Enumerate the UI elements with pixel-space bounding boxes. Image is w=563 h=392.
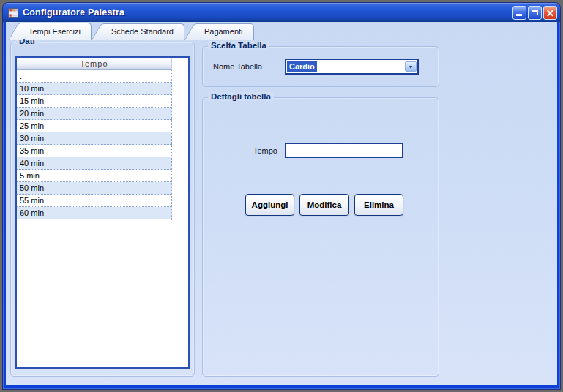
- aggiungi-button[interactable]: Aggiungi: [245, 194, 294, 216]
- maximize-icon: [532, 10, 538, 15]
- tempo-table: Tempo .10 min15 min20 min25 min30 min35 …: [15, 56, 190, 369]
- tab-label: Schede Standard: [111, 27, 174, 36]
- combobox-dropdown-button[interactable]: ▼: [405, 61, 417, 72]
- table-row[interactable]: 50 min: [17, 182, 172, 195]
- dettagli-tabella-groupbox: Dettagli tabella Tempo AggiungiModificaE…: [202, 97, 439, 377]
- window-title: Configuratore Palestra: [23, 7, 512, 18]
- dettagli-tabella-group-title: Dettagli tabella: [208, 92, 274, 101]
- minimize-icon: [516, 14, 522, 16]
- table-row[interactable]: 25 min: [17, 120, 172, 132]
- close-icon: [546, 9, 554, 17]
- column-separator: [171, 70, 172, 220]
- window-controls: [512, 6, 557, 20]
- table-row[interactable]: 30 min: [17, 132, 172, 145]
- action-buttons: AggiungiModificaElimina: [245, 194, 403, 216]
- table-row[interactable]: 10 min: [17, 83, 172, 95]
- client-area: Tempi EserciziSchede StandardPagamenti D…: [6, 22, 557, 385]
- table-row[interactable]: 55 min: [17, 195, 172, 207]
- modifica-button[interactable]: Modifica: [299, 194, 349, 216]
- minimize-button[interactable]: [512, 6, 526, 20]
- app-window: Configuratore Palestra Tempi EserciziSch…: [3, 3, 560, 389]
- nome-tabella-label: Nome Tabella: [213, 62, 262, 71]
- nome-tabella-combobox[interactable]: Cardio ▼: [285, 59, 419, 75]
- table-row[interactable]: 15 min: [17, 95, 172, 108]
- tempo-input[interactable]: [285, 143, 403, 158]
- tempo-field-label: Tempo: [220, 146, 277, 155]
- tab-pagamenti[interactable]: Pagamenti: [201, 23, 254, 40]
- scelta-tabella-groupbox: Scelta Tabella Nome Tabella Cardio ▼: [202, 46, 439, 87]
- elimina-button[interactable]: Elimina: [354, 194, 403, 216]
- table-row[interactable]: 5 min: [17, 170, 172, 182]
- table-body: .10 min15 min20 min25 min30 min35 min40 …: [17, 70, 172, 219]
- tab-schede-standard[interactable]: Schede Standard: [108, 23, 184, 40]
- tempo-column-header[interactable]: Tempo: [17, 58, 172, 70]
- tab-label: Tempi Esercizi: [29, 27, 81, 36]
- app-icon[interactable]: [7, 7, 19, 18]
- scelta-tabella-group-title: Scelta Tabella: [208, 41, 269, 50]
- tempo-column-header-label: Tempo: [80, 59, 108, 68]
- chevron-down-icon: ▼: [409, 64, 414, 69]
- table-row[interactable]: .: [17, 70, 172, 83]
- table-row[interactable]: 60 min: [17, 207, 172, 219]
- tab-tempi-esercizi[interactable]: Tempi Esercizi: [26, 23, 92, 40]
- maximize-button[interactable]: [528, 6, 542, 20]
- combobox-selected-value: Cardio: [287, 61, 317, 72]
- close-button[interactable]: [543, 6, 557, 20]
- tab-strip: Tempi EserciziSchede StandardPagamenti: [16, 23, 254, 40]
- titlebar[interactable]: Configuratore Palestra: [3, 3, 560, 22]
- table-row[interactable]: 35 min: [17, 145, 172, 157]
- tab-label: Pagamenti: [204, 27, 243, 36]
- table-row[interactable]: 40 min: [17, 157, 172, 170]
- table-row[interactable]: 20 min: [17, 108, 172, 120]
- dati-groupbox: Dati Tempo .10 min15 min20 min25 min30 m…: [10, 42, 195, 377]
